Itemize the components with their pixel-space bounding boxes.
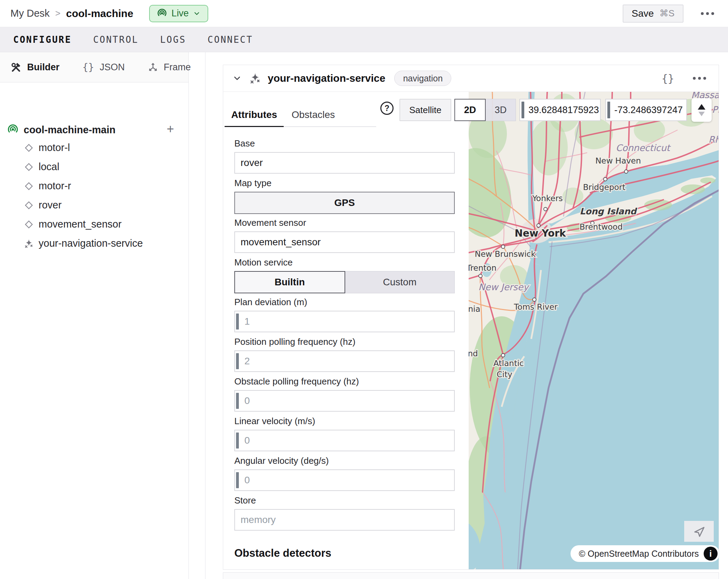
top-bar: My Desk > cool-machine Live Save ⌘S	[0, 0, 728, 27]
zoom-elevation-control[interactable]	[691, 98, 712, 122]
recenter-map-button[interactable]	[684, 521, 714, 542]
tree-item-local[interactable]: local	[0, 157, 188, 176]
field-label: Position polling frequency (hz)	[234, 336, 455, 348]
more-menu-button[interactable]	[697, 9, 718, 18]
map-type-gps-button[interactable]: GPS	[234, 192, 455, 214]
map-city-label: nia	[469, 304, 480, 314]
map-canvas[interactable]: New HavenBridgeportYonkersBrentwoodNew Y…	[469, 92, 719, 569]
number-drag-handle[interactable]	[236, 393, 239, 409]
navigation-service-icon	[249, 72, 261, 85]
store-input[interactable]: memory	[234, 509, 455, 531]
map-state-label: New Jersey	[478, 282, 530, 292]
view-3d-button[interactable]: 3D	[486, 99, 516, 121]
tree-item-motor-l[interactable]: motor-l	[0, 138, 188, 157]
tree-item-label: local	[39, 161, 59, 173]
breadcrumb-separator: >	[55, 8, 60, 19]
field-label: Angular velocity (deg/s)	[234, 455, 455, 467]
mode-tab-builder[interactable]: Builder	[10, 62, 59, 73]
position-polling-input[interactable]: 2	[234, 350, 455, 372]
resource-tree: cool-machine-main + motor-llocalmotor-rr…	[0, 82, 188, 253]
map-city-label: Yonkers	[532, 194, 563, 203]
field-label: Linear velocity (m/s)	[234, 416, 455, 427]
number-drag-handle[interactable]	[236, 353, 239, 369]
linear-velocity-input[interactable]: 0	[234, 430, 455, 451]
tab-attributes[interactable]: Attributes	[225, 104, 284, 127]
custom-option[interactable]: Custom	[345, 271, 455, 293]
tab-obstacles[interactable]: Obstacles	[284, 104, 343, 127]
tree-item-your-navigation-service[interactable]: your-navigation-service	[0, 234, 188, 253]
card-menu-button[interactable]	[689, 73, 710, 83]
view-2d-button[interactable]: 2D	[454, 99, 486, 121]
info-icon[interactable]: i	[704, 547, 718, 561]
map-city-label: Atlantic	[493, 359, 524, 368]
number-drag-handle[interactable]	[236, 472, 239, 488]
map-attribution: © OpenStreetMap Contributors i	[571, 545, 719, 562]
satellite-toggle-button[interactable]: Satellite	[399, 99, 451, 121]
field-label: Movement sensor	[234, 217, 455, 229]
mode-tab-label: Frame	[164, 62, 191, 73]
field-label: Base	[234, 138, 455, 149]
tree-item-label: movement_sensor	[39, 219, 122, 230]
view-json-icon[interactable]: {}	[662, 72, 674, 85]
json-braces-icon: {}	[82, 62, 94, 73]
card-body: New HavenBridgeportYonkersBrentwoodNew Y…	[223, 92, 719, 569]
navigation-service-card: your-navigation-service navigation {}	[223, 65, 719, 570]
field-angular-velocity: Angular velocity (deg/s) 0	[234, 455, 455, 491]
latitude-drag-handle[interactable]	[521, 102, 524, 118]
map-city-label: New Brunswick	[475, 249, 536, 259]
add-resource-button[interactable]: +	[163, 122, 177, 136]
field-map-type: Map type GPS	[234, 178, 455, 214]
component-diamond-icon	[24, 200, 34, 211]
field-movement-sensor: Movement sensor movement_sensor	[234, 217, 455, 253]
component-diamond-icon	[24, 219, 34, 230]
field-label: Plan deviation (m)	[234, 297, 455, 308]
map-city-label: Brentwood	[580, 222, 623, 231]
mode-tab-json[interactable]: {} JSON	[82, 62, 125, 73]
tab-configure[interactable]: CONFIGURE	[13, 34, 72, 45]
number-drag-handle[interactable]	[236, 314, 239, 330]
plan-deviation-input[interactable]: 1	[234, 311, 455, 332]
save-button[interactable]: Save ⌘S	[623, 5, 683, 23]
latitude-input[interactable]: 39.62848175923	[519, 99, 601, 121]
tree-root-machine-part[interactable]: cool-machine-main +	[0, 121, 188, 138]
save-label: Save	[632, 8, 654, 19]
tab-control[interactable]: CONTROL	[93, 34, 139, 45]
tab-connect[interactable]: CONNECT	[208, 34, 253, 45]
config-sidebar: Builder {} JSON Frame	[0, 52, 189, 579]
location-arrow-icon	[692, 524, 706, 538]
attribution-text: © OpenStreetMap Contributors	[579, 549, 699, 559]
mode-tab-frame[interactable]: Frame	[148, 62, 191, 73]
tree-item-rover[interactable]: rover	[0, 196, 188, 215]
field-linear-velocity: Linear velocity (m/s) 0	[234, 416, 455, 451]
obstacle-detectors-heading: Obstacle detectors	[234, 547, 331, 560]
next-card-peek[interactable]	[223, 572, 719, 579]
angular-velocity-input[interactable]: 0	[234, 469, 455, 491]
broadcast-icon	[157, 8, 167, 19]
tree-item-movement_sensor[interactable]: movement_sensor	[0, 215, 188, 234]
tab-logs[interactable]: LOGS	[160, 34, 186, 45]
map-state-label: Pro	[712, 104, 719, 115]
field-label: Map type	[234, 178, 455, 189]
number-drag-handle[interactable]	[236, 433, 239, 449]
longitude-input[interactable]: -73.2486397247	[605, 99, 687, 121]
field-motion-service: Motion service Builtin Custom	[234, 257, 455, 293]
obstacle-polling-input[interactable]: 0	[234, 390, 455, 412]
movement-sensor-input[interactable]: movement_sensor	[234, 231, 455, 253]
base-input[interactable]: rover	[234, 152, 455, 174]
tree-item-motor-r[interactable]: motor-r	[0, 176, 188, 196]
service-type-badge: navigation	[394, 71, 451, 86]
help-icon[interactable]: ?	[380, 102, 394, 115]
breadcrumb-root[interactable]: My Desk	[10, 8, 50, 19]
map-city-label: nd	[469, 349, 478, 358]
map-city-dot	[533, 298, 536, 301]
tree-items: motor-llocalmotor-rrovermovement_sensory…	[0, 138, 188, 253]
longitude-drag-handle[interactable]	[607, 102, 610, 118]
page-body: Builder {} JSON Frame	[0, 52, 728, 579]
builtin-option[interactable]: Builtin	[234, 271, 345, 293]
arrow-up-icon	[698, 104, 705, 110]
map-island-label: Long Island	[580, 206, 638, 216]
map-city-dot	[544, 207, 547, 211]
collapse-chevron-icon[interactable]	[232, 73, 242, 83]
live-status-dropdown[interactable]: Live	[149, 5, 208, 22]
navigation-service-icon	[24, 238, 34, 249]
